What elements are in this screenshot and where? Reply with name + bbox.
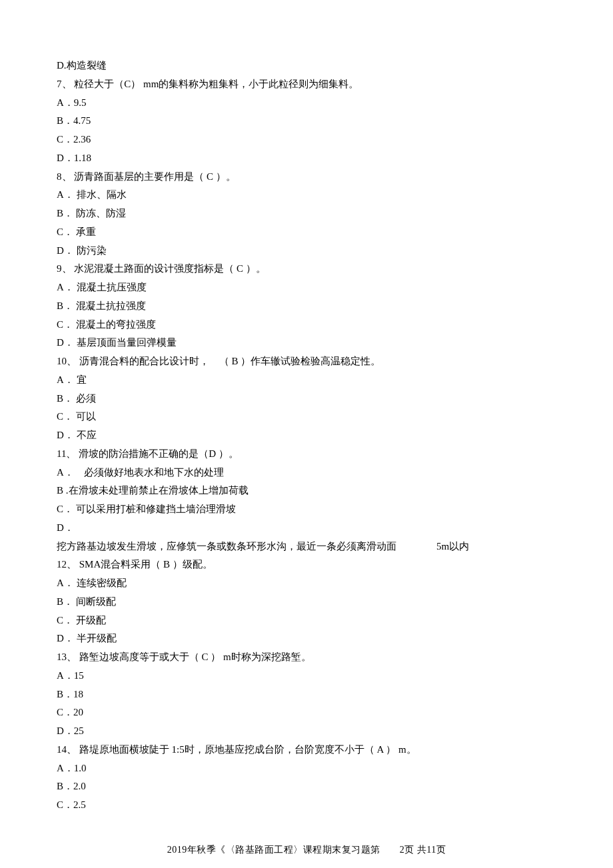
page-footer: 2019年秋季《〈路基路面工程〉课程期末复习题第 2页 共11页 xyxy=(57,841,556,859)
text-line: D.构造裂缝 xyxy=(57,57,556,75)
text-line: D． 防污染 xyxy=(57,242,556,260)
text-line: A．9.5 xyxy=(57,94,556,113)
content-body: D.构造裂缝7、 粒径大于（C） mm的集料称为粗集料，小于此粒径则为细集料。A… xyxy=(57,57,556,815)
document-page: D.构造裂缝7、 粒径大于（C） mm的集料称为粗集料，小于此粒径则为细集料。A… xyxy=(0,0,613,868)
text-line: A． 连续密级配 xyxy=(57,574,556,593)
text-line: B．18 xyxy=(57,685,556,704)
text-line: B．4.75 xyxy=(57,112,556,131)
text-line: C． 可以 xyxy=(57,408,556,426)
text-line: 11、 滑坡的防治措施不正确的是（D ）。 xyxy=(57,445,556,464)
text-line: A． 混凝土抗压强度 xyxy=(57,278,556,297)
text-line: A． 必须做好地表水和地下水的处理 xyxy=(57,464,556,482)
text-line: B． 混凝土抗拉强度 xyxy=(57,297,556,316)
text-line: C． 承重 xyxy=(57,223,556,242)
text-line: B .在滑坡未处理前禁止在滑坡体上增加荷载 xyxy=(57,482,556,500)
text-line: C．20 xyxy=(57,703,556,722)
text-line: B． 防冻、防湿 xyxy=(57,205,556,223)
text-line: D．25 xyxy=(57,722,556,741)
text-line: D． 半开级配 xyxy=(57,630,556,648)
text-line: C．2.5 xyxy=(57,796,556,815)
text-line: 7、 粒径大于（C） mm的集料称为粗集料，小于此粒径则为细集料。 xyxy=(57,75,556,94)
text-line: 8、 沥青路面基层的主要作用是（ C ）。 xyxy=(57,168,556,187)
text-line: 挖方路基边坡发生滑坡，应修筑一条或数条环形水沟，最近一条必须离滑动面 5m以内 xyxy=(57,538,556,556)
text-line: B．2.0 xyxy=(57,777,556,796)
text-line: 10、 沥青混合料的配合比设计时， （ B ）作车辙试验检验高温稳定性。 xyxy=(57,352,556,371)
text-line: 12、 SMA混合料采用（ B ）级配。 xyxy=(57,556,556,574)
text-line: A．15 xyxy=(57,667,556,685)
text-line: B． 间断级配 xyxy=(57,593,556,612)
text-line: B． 必须 xyxy=(57,390,556,408)
text-line: D． xyxy=(57,519,556,538)
text-line: C． 开级配 xyxy=(57,612,556,630)
text-line: C． 混凝土的弯拉强度 xyxy=(57,316,556,334)
text-line: A． 排水、隔水 xyxy=(57,186,556,205)
text-line: C． 可以采用打桩和修建挡土墙治理滑坡 xyxy=(57,500,556,519)
text-line: C．2.36 xyxy=(57,131,556,149)
text-line: 9、 水泥混凝土路面的设计强度指标是（ C ）。 xyxy=(57,260,556,278)
text-line: 13、 路堑边坡高度等于或大于（ C ） m时称为深挖路堑。 xyxy=(57,648,556,667)
text-line: A．1.0 xyxy=(57,759,556,778)
text-line: D．1.18 xyxy=(57,149,556,168)
text-line: D． 基层顶面当量回弹模量 xyxy=(57,334,556,352)
text-line: D． 不应 xyxy=(57,426,556,445)
text-line: A． 宜 xyxy=(57,371,556,390)
text-line: 14、 路堤原地面横坡陡于 1:5时，原地基应挖成台阶，台阶宽度不小于（ A ）… xyxy=(57,741,556,759)
